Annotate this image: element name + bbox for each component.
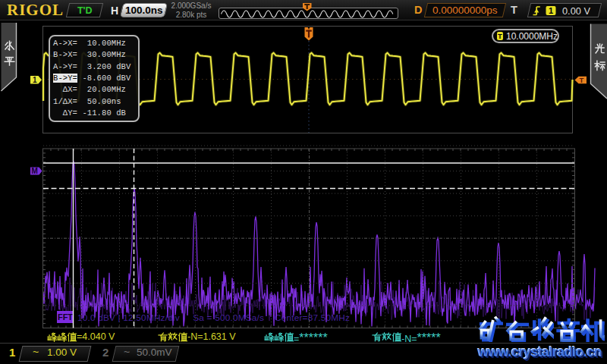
svg-text:0.00 V: 0.00 V <box>562 5 590 17</box>
svg-text:1: 1 <box>549 6 553 15</box>
